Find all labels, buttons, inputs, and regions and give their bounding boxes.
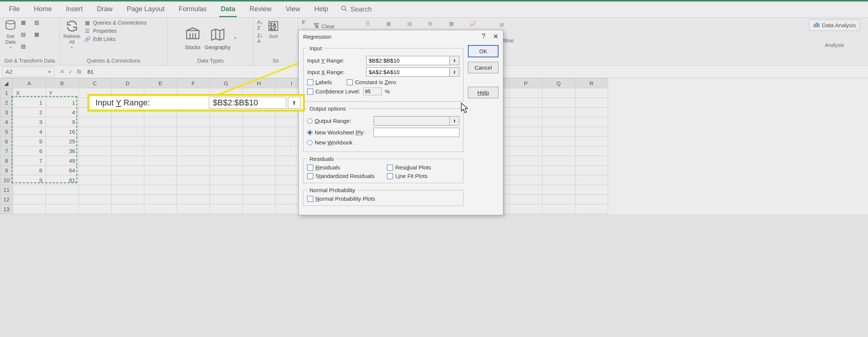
tab-view[interactable]: View [280,2,306,17]
cell[interactable] [45,185,78,195]
cell[interactable] [509,146,542,156]
cell[interactable] [575,185,608,195]
cell[interactable] [78,127,111,137]
recent-sources-icon[interactable]: ▨ [34,19,44,29]
cell[interactable] [542,156,575,166]
col-header[interactable]: G [210,79,242,88]
tab-draw[interactable]: Draw [91,2,119,17]
cell[interactable] [542,185,575,195]
cell[interactable] [177,185,210,195]
cell[interactable] [78,156,111,166]
cell[interactable] [78,195,111,204]
cell[interactable] [78,166,111,175]
cell[interactable] [242,146,275,156]
cell[interactable] [210,137,242,146]
cell[interactable] [242,127,275,137]
cell[interactable] [78,117,111,127]
search-label[interactable]: Search [350,6,372,13]
cell[interactable] [210,185,242,195]
cell[interactable] [177,175,210,185]
residual-plots-checkbox[interactable] [387,165,393,171]
cell[interactable]: 36 [45,146,78,156]
confidence-input[interactable] [363,88,382,95]
tab-formulas[interactable]: Formulas [173,2,213,17]
range-selector-button[interactable] [450,116,459,125]
stocks-button[interactable]: Stocks [185,26,201,50]
cancel-formula-icon[interactable]: ✕ [60,68,65,75]
cell[interactable] [177,156,210,166]
output-range-radio[interactable] [307,118,312,124]
cell[interactable] [509,98,542,108]
cell[interactable] [575,98,608,108]
cell[interactable]: 9 [45,117,78,127]
cell[interactable] [111,127,144,137]
properties-button[interactable]: ☰Properties [84,28,147,34]
cell[interactable] [575,204,608,214]
row-header[interactable]: 4 [0,117,13,127]
forecast-icon[interactable]: 📈 [470,20,479,30]
cell[interactable] [144,156,177,166]
cell[interactable]: 2 [13,108,45,117]
cell[interactable] [509,195,542,204]
cell[interactable] [144,185,177,195]
row-header[interactable]: 3 [0,108,13,117]
fx-icon[interactable]: fx [77,69,81,75]
cell[interactable] [13,185,45,195]
select-all-corner[interactable]: ◢ [0,79,13,88]
tab-page-layout[interactable]: Page Layout [121,2,170,17]
cell[interactable] [542,175,575,185]
cell[interactable] [111,146,144,156]
cell[interactable] [575,195,608,204]
cell[interactable] [210,117,242,127]
flash-fill-icon[interactable]: ▦ [386,20,396,30]
row-header[interactable]: 10 [0,175,13,185]
cell[interactable] [542,195,575,204]
row-header[interactable]: 7 [0,146,13,156]
row-header[interactable]: 1 [0,88,13,98]
cell[interactable] [542,204,575,214]
clear-filter-icon[interactable] [313,22,320,30]
cell[interactable] [509,127,542,137]
cell[interactable]: 7 [13,156,45,166]
tab-home[interactable]: Home [28,2,58,17]
cell[interactable] [242,175,275,185]
from-text-icon[interactable]: ▦ [21,19,31,29]
geography-button[interactable]: Geography [205,26,230,50]
cell[interactable] [111,156,144,166]
get-data-button[interactable]: Get Data ▾ [4,19,17,50]
cell[interactable] [144,166,177,175]
tab-review[interactable]: Review [243,2,277,17]
cell[interactable] [111,204,144,214]
cell[interactable] [542,98,575,108]
help-icon[interactable]: ? [482,32,485,41]
cell[interactable] [144,127,177,137]
cell[interactable]: 81 [45,175,78,185]
help-button[interactable]: Help [468,87,499,98]
cell[interactable] [210,166,242,175]
cell[interactable] [242,117,275,127]
cell[interactable]: 25 [45,137,78,146]
row-header[interactable]: 2 [0,98,13,108]
labels-checkbox[interactable] [307,79,313,85]
cell[interactable]: 4 [13,127,45,137]
tab-file[interactable]: File [3,2,26,17]
cell[interactable] [144,146,177,156]
cell[interactable] [210,146,242,156]
cell[interactable] [509,117,542,127]
existing-conn-icon[interactable]: ▩ [34,31,44,41]
new-worksheet-radio[interactable] [307,130,312,135]
col-header[interactable]: E [144,79,177,88]
cell[interactable]: 6 [13,146,45,156]
queries-connections-button[interactable]: ▦Queries & Connections [84,19,147,26]
row-header[interactable]: 12 [0,195,13,204]
cell[interactable] [177,117,210,127]
cell[interactable] [144,137,177,146]
cell[interactable] [575,117,608,127]
cell[interactable] [144,117,177,127]
cell[interactable] [13,195,45,204]
cell[interactable]: 1 [45,98,78,108]
filter-button[interactable]: F [302,19,305,25]
cell[interactable] [210,127,242,137]
cell[interactable] [575,166,608,175]
data-analysis-button[interactable]: Data Analysis [809,19,860,31]
